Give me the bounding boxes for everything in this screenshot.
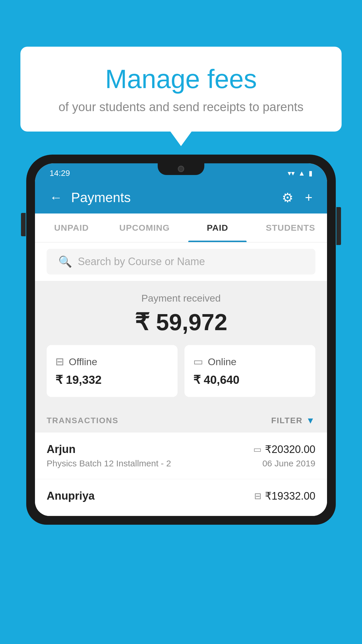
online-icon: ▭ [193,356,203,368]
tabs-bar: UNPAID UPCOMING PAID STUDENTS [35,214,327,242]
speech-bubble-container: Manage fees of your students and send re… [20,47,342,132]
transactions-label: TRANSACTIONS [47,416,118,425]
offline-amount: ₹ 19,332 [55,373,169,386]
card-payment-icon: ▭ [253,444,261,454]
transaction-desc: Physics Batch 12 Installment - 2 [47,459,171,468]
transaction-amount-wrap: ⊟ ₹19332.00 [254,490,315,502]
transaction-amount: ₹20320.00 [265,443,315,456]
back-button[interactable]: ← [50,190,62,205]
tab-upcoming[interactable]: UPCOMING [108,214,181,242]
status-icons: ▾▾ ▲ ▮ [288,169,312,177]
online-card-header: ▭ Online [193,356,307,368]
phone-mockup: 14:29 ▾▾ ▲ ▮ ← Payments ⚙ + [26,155,336,644]
online-amount: ₹ 40,640 [193,373,307,386]
status-time: 14:29 [50,169,70,178]
transaction-date: 06 June 2019 [262,459,315,468]
search-icon: 🔍 [58,255,72,268]
bubble-subtitle: of your students and send receipts to pa… [44,100,318,114]
transaction-top: Anupriya ⊟ ₹19332.00 [47,490,315,502]
filter-label: FILTER [271,416,303,425]
online-card: ▭ Online ₹ 40,640 [184,345,315,397]
payment-total: ₹ 59,972 [47,309,315,336]
power-button [336,207,341,245]
tab-unpaid[interactable]: UNPAID [35,214,108,242]
transaction-top: Arjun ▭ ₹20320.00 [47,443,315,456]
transaction-bottom: Physics Batch 12 Installment - 2 06 June… [47,459,315,468]
offline-label: Offline [69,356,97,368]
filter-button[interactable]: FILTER ▼ [271,416,315,426]
phone-notch [158,163,204,175]
payment-received-label: Payment received [47,293,315,304]
phone-frame: 14:29 ▾▾ ▲ ▮ ← Payments ⚙ + [26,155,336,525]
search-input[interactable]: Search by Course or Name [78,256,205,268]
header-actions: ⚙ + [282,190,312,205]
offline-card-header: ⊟ Offline [55,356,169,368]
signal-icon: ▲ [298,169,305,177]
transaction-item[interactable]: Arjun ▭ ₹20320.00 Physics Batch 12 Insta… [35,433,327,479]
filter-icon: ▼ [306,416,315,426]
payment-summary: Payment received ₹ 59,972 ⊟ Offline ₹ 19… [35,281,327,409]
online-label: Online [208,356,236,368]
transaction-amount: ₹19332.00 [265,490,315,502]
battery-icon: ▮ [309,169,312,177]
offline-icon: ⊟ [55,356,64,368]
bubble-title: Manage fees [44,64,318,94]
tab-students[interactable]: STUDENTS [254,214,327,242]
offline-card: ⊟ Offline ₹ 19,332 [47,345,178,397]
app-header: ← Payments ⚙ + [35,181,327,214]
transaction-name: Arjun [47,443,75,456]
search-container: 🔍 Search by Course or Name [35,242,327,281]
transactions-header: TRANSACTIONS FILTER ▼ [35,409,327,433]
volume-button [21,213,26,236]
payment-cards: ⊟ Offline ₹ 19,332 ▭ Online ₹ 40,640 [47,345,315,397]
settings-icon[interactable]: ⚙ [282,190,293,205]
phone-camera [178,166,184,172]
phone-screen: 14:29 ▾▾ ▲ ▮ ← Payments ⚙ + [35,163,327,516]
tab-paid[interactable]: PAID [181,214,254,242]
transaction-name: Anupriya [47,490,95,502]
header-title: Payments [71,190,282,205]
transaction-item[interactable]: Anupriya ⊟ ₹19332.00 [35,479,327,516]
wifi-icon: ▾▾ [288,169,295,177]
search-bar[interactable]: 🔍 Search by Course or Name [47,249,315,274]
add-icon[interactable]: + [305,190,312,205]
transaction-amount-wrap: ▭ ₹20320.00 [253,443,315,456]
speech-bubble: Manage fees of your students and send re… [20,47,342,132]
cash-payment-icon: ⊟ [254,491,261,501]
